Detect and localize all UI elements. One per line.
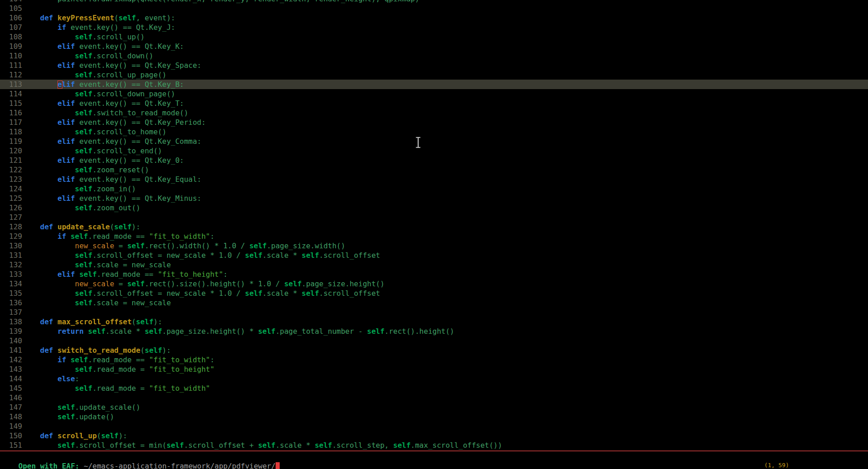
code-line[interactable]: 105 [0, 4, 868, 13]
code-buffer[interactable]: 104 painter.drawPixmap(QRect(render_x, r… [0, 0, 868, 450]
code-line[interactable]: 150 def scroll_up(self): [0, 431, 868, 441]
code-line[interactable]: 104 painter.drawPixmap(QRect(render_x, r… [0, 0, 868, 4]
line-number: 132 [0, 260, 23, 270]
line-number: 111 [0, 61, 23, 70]
code-line[interactable]: 134 new_scale = self.rect().size().heigh… [0, 279, 868, 289]
line-number: 104 [0, 0, 23, 4]
code-text: self.zoom_reset() [23, 165, 149, 175]
code-text: self.scale = new_scale [23, 298, 171, 308]
code-line[interactable]: 136 self.scale = new_scale [0, 298, 868, 308]
code-text: elif event.key() == Qt.Key_0: [23, 156, 184, 165]
code-line[interactable]: 119 elif event.key() == Qt.Key_Comma: [0, 137, 868, 146]
line-number: 119 [0, 137, 23, 146]
line-number: 129 [0, 232, 23, 241]
code-text: if event.key() == Qt.Key_J: [23, 23, 175, 32]
code-text: elif self.read_mode == "fit_to_height": [23, 270, 228, 279]
code-line[interactable]: 135 self.scroll_offset = new_scale * 1.0… [0, 289, 868, 298]
code-text: self.read_mode = "fit_to_width" [23, 384, 210, 393]
line-number: 140 [0, 336, 23, 346]
code-line[interactable]: 133 elif self.read_mode == "fit_to_heigh… [0, 270, 868, 279]
code-line[interactable]: 132 self.scale = new_scale [0, 260, 868, 270]
code-line[interactable]: 111 elif event.key() == Qt.Key_Space: [0, 61, 868, 70]
code-line[interactable]: 138 def max_scroll_offset(self): [0, 317, 868, 327]
code-text: elif event.key() == Qt.Key_Comma: [23, 137, 201, 146]
code-text: self.zoom_out() [23, 203, 140, 213]
code-line[interactable]: 109 elif event.key() == Qt.Key_K: [0, 42, 868, 51]
code-line[interactable]: 106 def keyPressEvent(self, event): [0, 13, 868, 23]
code-text: self.update_scale() [23, 403, 140, 412]
code-text: if self.read_mode == "fit_to_width": [23, 232, 215, 241]
code-text: def scroll_up(self): [23, 431, 127, 441]
code-line[interactable]: 130 new_scale = self.rect().width() * 1.… [0, 241, 868, 251]
code-line[interactable]: 128 def update_scale(self): [0, 222, 868, 232]
code-line[interactable]: 122 self.zoom_reset() [0, 165, 868, 175]
code-line[interactable]: 151 self.scroll_offset = min(self.scroll… [0, 441, 868, 450]
code-line[interactable]: 110 self.scroll_down() [0, 51, 868, 61]
code-line[interactable]: 137 [0, 308, 868, 317]
code-line[interactable]: 118 self.scroll_to_home() [0, 127, 868, 137]
code-line[interactable]: 117 elif event.key() == Qt.Key_Period: [0, 118, 868, 127]
code-text: new_scale = self.rect().width() * 1.0 / … [23, 241, 345, 251]
line-number: 107 [0, 23, 23, 32]
editor-cursor [57, 81, 62, 89]
code-line[interactable]: 107 if event.key() == Qt.Key_J: [0, 23, 868, 32]
code-line[interactable]: 148 self.update() [0, 412, 868, 422]
code-line[interactable]: 115 elif event.key() == Qt.Key_T: [0, 99, 868, 108]
line-number: 135 [0, 289, 23, 298]
code-text: def max_scroll_offset(self): [23, 317, 162, 327]
code-text: self.scroll_to_end() [23, 146, 162, 156]
code-line[interactable]: 131 self.scroll_offset = new_scale * 1.0… [0, 251, 868, 260]
code-line[interactable]: 120 self.scroll_to_end() [0, 146, 868, 156]
line-number: 115 [0, 99, 23, 108]
code-text: self.scroll_down() [23, 51, 153, 61]
code-line[interactable]: 123 elif event.key() == Qt.Key_Equal: [0, 175, 868, 184]
code-text: self.scroll_offset = min(self.scroll_off… [23, 441, 502, 450]
line-number: 113 [0, 80, 23, 89]
minibuffer-input[interactable]: ~/emacs-application-framework/app/pdfvie… [84, 462, 276, 469]
code-line[interactable]: 149 [0, 422, 868, 431]
code-line[interactable]: 139 return self.scale * self.page_size.h… [0, 327, 868, 336]
code-line[interactable]: 142 if self.read_mode == "fit_to_width": [0, 355, 868, 365]
modeline-divider [0, 450, 868, 451]
code-text: self.scroll_up() [23, 32, 145, 42]
code-line[interactable]: 146 [0, 393, 868, 403]
emacs-frame: 104 painter.drawPixmap(QRect(render_x, r… [0, 0, 868, 469]
code-line[interactable]: 124 self.zoom_in() [0, 184, 868, 194]
code-text: elif event.key() == Qt.Key_T: [23, 99, 184, 108]
code-text: return self.scale * self.page_size.heigh… [23, 327, 454, 336]
code-line[interactable]: 129 if self.read_mode == "fit_to_width": [0, 232, 868, 241]
line-number: 149 [0, 422, 23, 431]
code-line[interactable]: 147 self.update_scale() [0, 403, 868, 412]
minibuffer[interactable]: Open with EAF: ~/emacs-application-frame… [1, 452, 280, 461]
code-text: def switch_to_read_mode(self): [23, 346, 171, 355]
code-line[interactable]: 126 self.zoom_out() [0, 203, 868, 213]
code-text: elif event.key() == Qt.Key_K: [23, 42, 184, 51]
code-line[interactable]: 127 [0, 213, 868, 222]
code-line[interactable]: 112 self.scroll_up_page() [0, 70, 868, 80]
code-line[interactable]: 144 else: [0, 374, 868, 384]
line-number: 146 [0, 393, 23, 403]
code-line[interactable]: 114 self.scroll_down_page() [0, 89, 868, 99]
line-number: 141 [0, 346, 23, 355]
code-line[interactable]: 141 def switch_to_read_mode(self): [0, 346, 868, 355]
code-line[interactable]: 145 self.read_mode = "fit_to_width" [0, 384, 868, 393]
code-text: elif event.key() == Qt.Key_Minus: [23, 194, 201, 203]
text-cursor [276, 462, 280, 469]
line-number: 137 [0, 308, 23, 317]
code-line[interactable]: 116 self.switch_to_read_mode() [0, 108, 868, 118]
line-number: 130 [0, 241, 23, 251]
code-line[interactable]: 113 elif event.key() == Qt.Key_B: [0, 80, 868, 89]
line-number: 136 [0, 298, 23, 308]
code-text: elif event.key() == Qt.Key_Period: [23, 118, 206, 127]
line-number: 142 [0, 355, 23, 365]
code-line[interactable]: 125 elif event.key() == Qt.Key_Minus: [0, 194, 868, 203]
code-line[interactable]: 143 self.read_mode = "fit_to_height" [0, 365, 868, 374]
code-line[interactable]: 121 elif event.key() == Qt.Key_0: [0, 156, 868, 165]
line-number: 151 [0, 441, 23, 450]
minibuffer-prompt: Open with EAF: [19, 462, 84, 469]
code-line[interactable]: 108 self.scroll_up() [0, 32, 868, 42]
code-line[interactable]: 140 [0, 336, 868, 346]
line-number: 112 [0, 70, 23, 80]
cursor-position: (1, 59) [764, 462, 789, 469]
line-number: 147 [0, 403, 23, 412]
